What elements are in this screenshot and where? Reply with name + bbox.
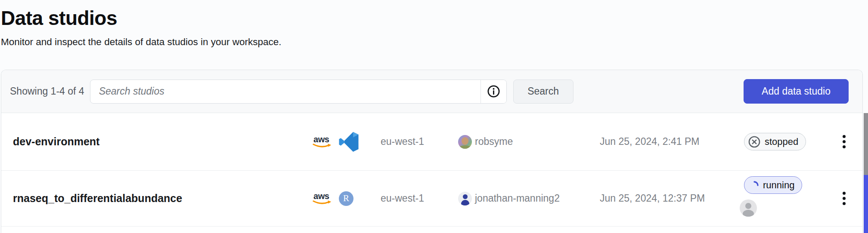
page-title: Data studios (1, 5, 868, 31)
studio-menu-cell (833, 189, 862, 208)
studio-menu-cell (833, 132, 862, 151)
status-badge-stopped: stopped (744, 133, 806, 150)
svg-text:aws: aws (313, 135, 329, 144)
scrollbar-segment-active[interactable] (864, 175, 868, 233)
studio-name-link[interactable]: rnaseq_to_differentialabundance (13, 192, 182, 204)
data-studios-page: Data studios Monitor and inspect the det… (0, 0, 868, 48)
studio-region: eu-west-1 (373, 193, 455, 204)
person-icon (458, 192, 472, 205)
avatar-placeholder-icon (740, 199, 757, 217)
status-label: stopped (765, 136, 798, 147)
studio-region: eu-west-1 (373, 136, 455, 147)
page-subtitle: Monitor and inspect the details of data … (1, 36, 868, 48)
status-badge-running: running (744, 176, 802, 194)
studio-status-cell: stopped (741, 133, 833, 150)
studio-name-cell: dev-environment (13, 135, 313, 148)
user-name: robsyme (475, 136, 513, 147)
circle-x-icon (748, 135, 761, 148)
search-input-group (90, 80, 507, 104)
results-count: Showing 1-4 of 4 (10, 86, 84, 97)
studio-icons-cell: aws (313, 132, 373, 152)
studio-user-cell: jonathan-manning2 (455, 192, 599, 205)
studio-date: Jun 25, 2024, 12:37 PM (599, 193, 741, 204)
svg-text:aws: aws (313, 191, 329, 201)
toolbar: Showing 1-4 of 4 Search Add data studio (1, 70, 862, 113)
studio-icons-cell: aws R (313, 191, 373, 206)
spinner-icon (750, 181, 759, 190)
row-menu-button[interactable] (836, 189, 852, 208)
scrollbar-thumb[interactable] (864, 113, 868, 175)
studio-status-cell: running (741, 171, 833, 226)
studio-name-cell: rnaseq_to_differentialabundance (13, 192, 313, 205)
search-info-addon[interactable] (480, 80, 506, 103)
search-button[interactable]: Search (513, 80, 574, 104)
kebab-menu-icon (843, 192, 846, 195)
studios-card: Showing 1-4 of 4 Search Add data studio … (1, 70, 863, 233)
status-label: running (763, 180, 794, 191)
studio-name-link[interactable]: dev-environment (13, 135, 99, 147)
search-input[interactable] (90, 80, 480, 103)
aws-icon: aws (313, 191, 333, 206)
studio-row: dev-environment aws (1, 113, 862, 171)
rstudio-icon: R (339, 191, 353, 206)
studio-date: Jun 25, 2024, 2:41 PM (599, 136, 741, 147)
vscode-icon (339, 132, 359, 152)
studio-row: rnaseq_to_differentialabundance aws R eu… (1, 171, 862, 227)
user-name: jonathan-manning2 (475, 193, 560, 204)
user-avatar (458, 135, 472, 149)
kebab-menu-icon (843, 135, 846, 138)
aws-icon: aws (313, 135, 333, 149)
info-icon (487, 85, 500, 98)
add-data-studio-button[interactable]: Add data studio (744, 79, 849, 104)
studio-user-cell: robsyme (455, 135, 599, 149)
row-menu-button[interactable] (836, 132, 852, 151)
